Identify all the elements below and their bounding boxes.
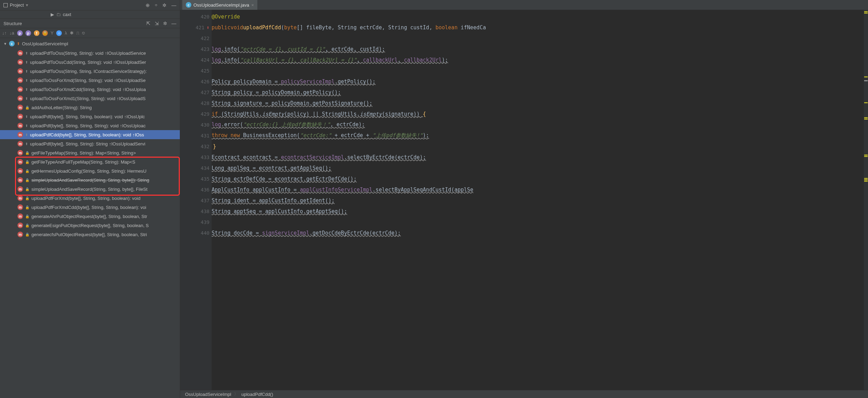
method-row[interactable]: m⬆uploadPdfToOss(String, String): void ↑…: [0, 48, 180, 58]
project-label[interactable]: Project: [10, 2, 24, 8]
structure-label[interactable]: Structure: [3, 21, 22, 26]
line-number[interactable]: 439: [180, 217, 212, 227]
method-row[interactable]: m🔒addAuthoLetter(String): String: [0, 103, 180, 112]
method-badge-icon: m: [17, 141, 23, 147]
method-row[interactable]: m🔒uploadPdfForXmd(byte[], String, String…: [0, 194, 180, 203]
line-number[interactable]: 432: [180, 141, 212, 152]
line-number[interactable]: 420: [180, 11, 212, 22]
sort-icon[interactable]: ↓↑: [2, 30, 7, 36]
method-label: uploadPdf(byte[], String, String, String…: [30, 123, 146, 128]
filter-collapse-icon[interactable]: ⎊: [82, 30, 85, 36]
method-row[interactable]: m⬆uploadPdf(byte[], String, String): Str…: [0, 139, 180, 148]
method-label: getFileTypeAndFullTypeMap(String, String…: [31, 159, 135, 165]
lock-icon: 🔒: [25, 151, 29, 155]
method-row[interactable]: m⬆uploadPdf(byte[], String, String, Stri…: [0, 121, 180, 130]
project-tree-row[interactable]: ▶ 🗀 caxt: [0, 10, 180, 18]
method-label: simpleUploadAndSaveRecord(String, String…: [31, 178, 149, 183]
line-number[interactable]: 427: [180, 87, 212, 98]
class-badge-icon: c: [186, 2, 191, 8]
minimize-icon[interactable]: —: [171, 2, 176, 8]
line-number[interactable]: 425: [180, 65, 212, 76]
collapse-icon[interactable]: ⇱: [146, 21, 150, 26]
line-number[interactable]: 429: [180, 108, 212, 119]
lock-icon: 🔒: [25, 196, 29, 200]
line-number[interactable]: 433: [180, 152, 212, 163]
line-number[interactable]: 423: [180, 44, 212, 54]
method-row[interactable]: m🔒generateEsignPutObjectRequest(byte[], …: [0, 221, 180, 230]
filter-group-icon[interactable]: ⎍: [76, 30, 79, 36]
expand-icon[interactable]: ÷: [155, 2, 157, 8]
close-icon[interactable]: ×: [251, 2, 254, 8]
lock-icon: 🔒: [25, 160, 29, 164]
method-row[interactable]: m🔒getFileTypeAndFullTypeMap(String, Stri…: [0, 157, 180, 166]
method-badge-icon: m: [17, 150, 23, 156]
method-label: uploadPdf(byte[], String, String, boolea…: [30, 114, 145, 119]
line-number[interactable]: 428: [180, 98, 212, 108]
filter-p-icon[interactable]: p: [17, 30, 23, 36]
method-row[interactable]: m🔒simpleUploadAndSaveRecord(String, Stri…: [0, 185, 180, 194]
error-stripe[interactable]: [864, 10, 868, 390]
method-row[interactable]: m⬆uploadPdf(byte[], String, String, bool…: [0, 112, 180, 121]
line-number[interactable]: 436: [180, 184, 212, 195]
chevron-down-icon[interactable]: ▾: [26, 2, 28, 8]
method-label: generateEsignPutObjectRequest(byte[], St…: [31, 223, 149, 228]
class-node[interactable]: ▼ c ⬆ OssUploadServiceImpl: [0, 39, 180, 48]
filter-p2-icon[interactable]: p: [25, 30, 31, 36]
tab-filename: OssUploadServiceImpl.java: [193, 2, 249, 8]
expand-icon[interactable]: ⇲: [155, 21, 159, 26]
override-icon: ⬆: [25, 60, 28, 64]
line-number[interactable]: 424: [180, 54, 212, 65]
method-row[interactable]: m🔒getFileTypeMap(String, String): Map<St…: [0, 148, 180, 157]
method-row[interactable]: m🔒simpleUploadAndSaveRecord(String, Stri…: [0, 175, 180, 185]
method-row[interactable]: m🔒uploadPdfForXmdCdd(byte[], String, Str…: [0, 203, 180, 212]
method-label: uploadPdfCdd(byte[], String, String, boo…: [30, 132, 144, 137]
filter-lambda-icon[interactable]: λ: [65, 30, 67, 36]
method-row[interactable]: m⬆uploadToOssForXmd1(String, String): vo…: [0, 94, 180, 103]
method-row[interactable]: m🔒getHermesUploadConfig(String, String, …: [0, 166, 180, 175]
structure-list: ▼ c ⬆ OssUploadServiceImpl m⬆uploadPdfTo…: [0, 38, 180, 398]
breadcrumb-method[interactable]: uploadPdfCdd(): [241, 392, 273, 397]
filter-star-icon[interactable]: ✱: [70, 30, 74, 36]
folder-label: caxt: [63, 12, 71, 17]
method-label: getHermesUploadConfig(String, String, St…: [31, 168, 146, 174]
filter-f-icon[interactable]: f: [34, 30, 39, 36]
method-row[interactable]: m⬆uploadPdfCdd(byte[], String, String, b…: [0, 130, 180, 139]
target-icon[interactable]: ⊕: [146, 2, 150, 8]
method-row[interactable]: m⬆uploadPdfToOssCdd(String, String): voi…: [0, 58, 180, 67]
sort-alpha-icon[interactable]: ↓a: [9, 30, 14, 36]
method-label: simpleUploadAndSaveRecord(String, String…: [31, 187, 147, 192]
line-number[interactable]: 440: [180, 227, 212, 238]
line-number[interactable]: 438: [180, 206, 212, 217]
lock-icon: 🔒: [25, 106, 29, 110]
editor-tab[interactable]: c OssUploadServiceImpl.java ×: [182, 0, 257, 10]
gear-icon[interactable]: ✲: [162, 2, 167, 8]
line-number[interactable]: 434: [180, 163, 212, 173]
breadcrumb-class[interactable]: OssUploadServiceImpl: [185, 392, 231, 397]
filter-lock-icon[interactable]: 🔒: [42, 30, 48, 36]
filter-o-icon[interactable]: ○: [56, 30, 62, 36]
line-number[interactable]: 431: [180, 130, 212, 141]
method-row[interactable]: m🔒generatecfsPutObjectRequest(byte[], St…: [0, 230, 180, 239]
line-number[interactable]: 437: [180, 195, 212, 206]
method-row[interactable]: m🔒generateAhrPutObjectRequest(byte[], St…: [0, 212, 180, 221]
line-number[interactable]: 426: [180, 76, 212, 87]
code-area[interactable]: @Override public void uploadPdfCdd(byte[…: [212, 10, 864, 390]
method-row[interactable]: m⬆uploadToOssForXmdCdd(String, String): …: [0, 85, 180, 94]
line-number[interactable]: 430: [180, 119, 212, 130]
line-number[interactable]: 435: [180, 173, 212, 184]
method-label: uploadPdfForXmdCdd(byte[], String, Strin…: [31, 205, 146, 210]
method-row[interactable]: m⬆uploadPdfToOss(String, String, IContra…: [0, 67, 180, 76]
method-label: generatecfsPutObjectRequest(byte[], Stri…: [31, 232, 147, 237]
gear-icon[interactable]: ✲: [163, 21, 167, 26]
method-badge-icon: m: [17, 77, 23, 83]
method-badge-icon: m: [17, 132, 23, 137]
method-label: getFileTypeMap(String, String): Map<Stri…: [31, 150, 136, 156]
breadcrumb[interactable]: OssUploadServiceImpl 〉 uploadPdfCdd(): [180, 390, 868, 398]
chevron-right-icon: 〉: [234, 391, 238, 397]
expand-arrow-icon[interactable]: ▼: [3, 42, 7, 46]
line-number[interactable]: 422: [180, 33, 212, 44]
line-number[interactable]: 421⬆: [180, 22, 212, 33]
method-row[interactable]: m⬆uploadToOssForXmd(String, String): voi…: [0, 76, 180, 85]
minimize-icon[interactable]: —: [171, 21, 176, 26]
filter-y-icon[interactable]: Y: [51, 30, 54, 36]
